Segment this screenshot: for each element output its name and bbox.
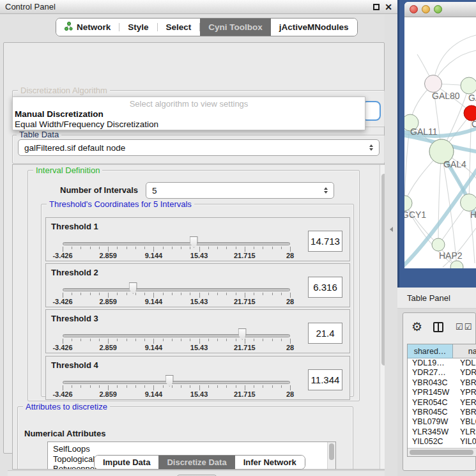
- zoom-traffic-light-icon[interactable]: [434, 5, 442, 13]
- close-icon[interactable]: ✕: [385, 3, 392, 12]
- number-of-intervals-combobox[interactable]: 5: [146, 182, 334, 199]
- network-canvas[interactable]: GAL80GACGAL11GAL4GCY1HHAP2: [404, 17, 476, 268]
- scale-tick-label: 28: [286, 344, 294, 351]
- table-header: shared… name: [408, 344, 476, 358]
- table-cell[interactable]: YBR045C: [453, 408, 476, 417]
- table-cell[interactable]: YDL19…: [408, 358, 453, 368]
- tab-discretize-data[interactable]: Discretize Data: [158, 456, 234, 469]
- table-row[interactable]: YBL079WYBL079W: [408, 417, 476, 427]
- checkboxes-icon[interactable]: ☑☑: [456, 322, 473, 332]
- float-window-icon[interactable]: [373, 4, 380, 10]
- tab-label: Impute Data: [103, 457, 150, 467]
- table-cell[interactable]: YBL079W: [408, 417, 453, 427]
- list-scrollbar[interactable]: [327, 442, 335, 470]
- scale-tick-label: 15.43: [190, 390, 208, 398]
- table-row[interactable]: YBR045CYBR045C: [408, 408, 476, 417]
- network-window-titlebar[interactable]: [404, 2, 476, 17]
- scale-tick-label: 2.859: [99, 390, 117, 398]
- network-node[interactable]: [425, 75, 442, 93]
- threshold-value-field[interactable]: 21.4: [308, 323, 342, 344]
- tab-impute-data[interactable]: Impute Data: [95, 456, 158, 469]
- network-node[interactable]: [461, 77, 476, 94]
- dropdown-option-manual-discretization[interactable]: Manual Discretization: [13, 109, 365, 119]
- slider-scale-labels: -3.4262.8599.14415.4321.71528: [63, 344, 290, 351]
- tab-label: Style: [128, 22, 148, 32]
- tab-label: Discretize Data: [167, 457, 226, 467]
- slider-track[interactable]: [63, 381, 290, 384]
- divider-arrow-icon[interactable]: [390, 227, 393, 232]
- table-row[interactable]: YLR345WYLR345W: [408, 427, 476, 437]
- tab-style[interactable]: Style: [119, 19, 157, 36]
- table-cell[interactable]: YDR27…: [408, 368, 453, 378]
- column-header-shared-name[interactable]: shared…: [408, 344, 453, 358]
- slider-ticks: [63, 247, 290, 252]
- table-row[interactable]: YPR145WYPR145W: [408, 388, 476, 397]
- table-cell[interactable]: YBR043C: [453, 378, 476, 388]
- table-cell[interactable]: YPR145W: [453, 388, 476, 397]
- scale-tick-label: -3.426: [52, 390, 72, 398]
- column-header-name[interactable]: name: [453, 344, 476, 358]
- minimize-traffic-light-icon[interactable]: [422, 5, 430, 13]
- scale-tick-label: 28: [286, 252, 294, 259]
- control-panel-tabbar: Network Style Select Cyni Toolbox jActiv…: [56, 18, 358, 36]
- table-cell[interactable]: YDL19: [453, 358, 476, 368]
- algorithm-dropdown-popup: Select algorithm to view settings Manual…: [12, 96, 365, 130]
- panel-divider: [385, 14, 397, 476]
- table-cell[interactable]: YLR345W: [408, 427, 453, 437]
- network-edge[interactable]: [438, 151, 441, 245]
- network-node-label: GAL80: [432, 91, 460, 101]
- network-node-label: H: [470, 210, 476, 220]
- combo-value: galFiltered.sif default node: [24, 143, 125, 153]
- dropdown-option-equal-width-frequency[interactable]: Equal Width/Frequency Discretization: [13, 119, 365, 130]
- scrollbar-thumb[interactable]: [410, 450, 473, 455]
- split-columns-icon[interactable]: [433, 322, 443, 332]
- slider-track[interactable]: [63, 288, 290, 291]
- table-row[interactable]: YDR27…YDR27: [408, 368, 476, 378]
- table-cell[interactable]: YLR345W: [453, 427, 476, 437]
- threshold-value-field[interactable]: 11.344: [308, 369, 342, 390]
- tab-network[interactable]: Network: [56, 19, 119, 36]
- table-data-combobox[interactable]: galFiltered.sif default node: [18, 139, 380, 156]
- threshold-value-field[interactable]: 6.316: [308, 277, 342, 298]
- threshold-value-field[interactable]: 14.713: [308, 231, 342, 252]
- network-node[interactable]: [404, 196, 412, 211]
- settings-scroll-panel: Interval Definition Number of Intervals …: [12, 164, 388, 470]
- spinner-arrows-icon: [324, 187, 328, 194]
- tab-jactivemnodules[interactable]: jActiveMNodules: [271, 19, 357, 36]
- table-cell[interactable]: YER054C: [408, 398, 453, 408]
- scale-tick-label: 2.859: [99, 252, 117, 259]
- table-cell[interactable]: YDR27: [453, 368, 476, 378]
- table-cell[interactable]: YBR043C: [408, 378, 453, 388]
- table-horizontal-scrollbar[interactable]: [408, 448, 476, 456]
- tab-select[interactable]: Select: [158, 19, 200, 36]
- table-cell[interactable]: YPR145W: [408, 388, 453, 397]
- network-node-label: GAL4: [443, 159, 466, 169]
- table-cell[interactable]: YER054C: [453, 398, 476, 408]
- tab-cyni-toolbox[interactable]: Cyni Toolbox: [200, 19, 271, 36]
- close-traffic-light-icon[interactable]: [410, 5, 418, 13]
- network-node[interactable]: [432, 238, 445, 251]
- network-graph[interactable]: GAL80GACGAL11GAL4GCY1HHAP2: [404, 17, 476, 268]
- table-row[interactable]: YDL19…YDL19: [408, 358, 476, 368]
- network-node[interactable]: [461, 194, 476, 211]
- table-row[interactable]: YIL052CYIL052C: [408, 437, 476, 447]
- slider-track[interactable]: [63, 334, 290, 337]
- table-row[interactable]: YER054CYER054C: [408, 398, 476, 408]
- table-row[interactable]: YBR043CYBR043C: [408, 378, 476, 388]
- scrollbar-thumb[interactable]: [329, 443, 334, 460]
- list-item[interactable]: SelfLoops: [48, 442, 335, 454]
- tab-label: Select: [166, 22, 192, 32]
- dropdown-hint: Select algorithm to view settings: [13, 97, 365, 109]
- slider-ticks: [63, 385, 290, 390]
- table-cell[interactable]: YBR045C: [408, 408, 453, 417]
- slider-track[interactable]: [63, 242, 290, 245]
- group-title: Table Data: [17, 130, 61, 139]
- tab-infer-network[interactable]: Infer Network: [235, 456, 305, 469]
- table-cell[interactable]: YBL079W: [453, 417, 476, 427]
- number-of-intervals-label: Number of Intervals: [60, 185, 138, 195]
- threshold-4-slider: -3.4262.8599.14415.4321.71528: [63, 357, 290, 401]
- gear-icon[interactable]: ⚙: [411, 319, 422, 334]
- table-cell[interactable]: YIL052C: [408, 437, 453, 447]
- scale-tick-label: 21.715: [234, 252, 256, 259]
- table-cell[interactable]: YIL052C: [453, 437, 476, 447]
